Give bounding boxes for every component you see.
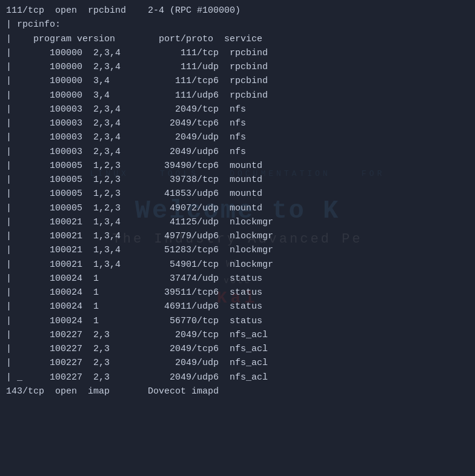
terminal-pre: 111/tcp open rpcbind 2-4 (RPC #100000) |… bbox=[6, 4, 469, 398]
terminal-content: 111/tcp open rpcbind 2-4 (RPC #100000) |… bbox=[0, 2, 475, 400]
terminal-window: LINUX TOOLS DOCUMENTATION FOR Welcome to… bbox=[0, 0, 475, 476]
